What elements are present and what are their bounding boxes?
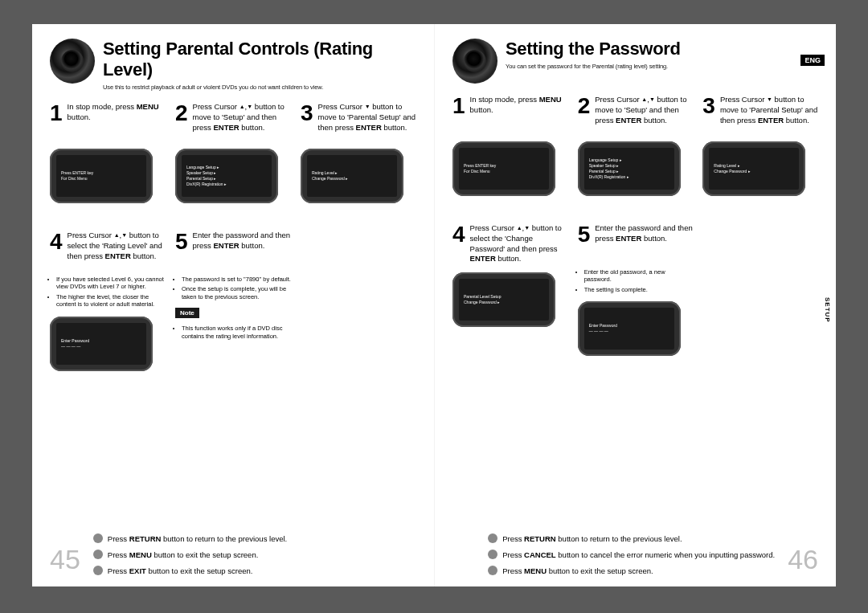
bullet-item: This function works only if a DVD disc c… (182, 325, 291, 340)
step-text: Press Cursor button to move to 'Parental… (720, 95, 818, 125)
page-header: Setting Parental Controls (Rating Level)… (50, 39, 416, 91)
step-text: Enter the password and then press ENTER … (193, 231, 291, 251)
step-1: 1In stop mode, press MENU button.Press E… (50, 102, 166, 223)
bullet-item: If you have selected Level 6, you cannot… (56, 276, 166, 291)
page-number: 45 (50, 544, 80, 575)
tv-screenshot: Enter Password— — — — (50, 317, 153, 371)
steps-grid-right: 1In stop mode, press MENU button.Press E… (452, 95, 818, 356)
step-number: 2 (578, 95, 591, 117)
bullet-dot-icon (93, 550, 103, 559)
tv-screenshot: Press ENTER keyFor Disc Menu (50, 149, 153, 203)
step-2: 2Press Cursor , button to move to 'Setup… (578, 95, 694, 215)
speaker-icon (452, 39, 497, 84)
tv-screenshot: Language Setup ▸Speaker Setup ▸Parental … (578, 141, 681, 196)
step-number: 3 (301, 102, 313, 125)
bullet-dot-icon (488, 550, 497, 559)
return-line: Press CANCEL button to cancel the error … (488, 550, 775, 559)
title-block: Setting the Password You can set the pas… (506, 39, 818, 70)
steps-grid-left: 1In stop mode, press MENU button.Press E… (50, 102, 416, 371)
step-text: Press Cursor button to move to 'Parental… (318, 102, 416, 133)
tv-screenshot: Enter Password— — — — (578, 301, 681, 356)
return-line: Press RETURN button to return to the pre… (93, 533, 287, 543)
return-text: Press RETURN button to return to the pre… (502, 534, 682, 543)
page-title: Setting Parental Controls (Rating Level) (103, 39, 416, 80)
note-badge: Note (175, 308, 199, 318)
return-text: Press MENU button to exit the setup scre… (502, 566, 653, 575)
step-5: 5Enter the password and then press ENTER… (175, 231, 291, 371)
step-number: 1 (452, 95, 465, 117)
page-subtitle: Use this to restrict playback of adult o… (103, 84, 416, 91)
tv-screenshot: Language Setup ▸Speaker Setup ▸Parental … (175, 149, 278, 203)
step-bullets: If you have selected Level 6, you cannot… (50, 276, 166, 309)
return-line: Press MENU button to exit the setup scre… (488, 566, 775, 575)
tv-screenshot: Rating Level ▸Change Password ▸ (301, 149, 403, 203)
bullet-item: The setting is complete. (584, 286, 694, 293)
step-number: 2 (175, 102, 188, 125)
speaker-icon (50, 39, 95, 84)
document-spread: Setting Parental Controls (Rating Level)… (32, 24, 836, 586)
return-line: Press EXIT button to exit the setup scre… (93, 566, 287, 575)
bullet-dot-icon (93, 533, 103, 543)
return-instructions-right: Press RETURN button to return to the pre… (488, 533, 775, 575)
page-bottom-left: 45 Press RETURN button to return to the … (50, 533, 416, 575)
page-bottom-right: Press RETURN button to return to the pre… (452, 533, 818, 575)
step-number: 1 (50, 102, 63, 125)
page-title: Setting the Password (506, 39, 818, 59)
page-subtitle: You can set the password for the Parenta… (506, 63, 818, 70)
return-text: Press MENU button to exit the setup scre… (108, 550, 258, 559)
page-number: 46 (788, 544, 818, 575)
return-line: Press RETURN button to return to the pre… (488, 533, 775, 543)
language-badge: ENG (800, 55, 825, 66)
step-3: 3Press Cursor button to move to 'Parenta… (301, 102, 416, 223)
tv-screenshot: Rating Level ▸Change Password ▸ (702, 141, 805, 196)
page-header: Setting the Password You can set the pas… (452, 39, 818, 84)
step-number: 3 (702, 95, 715, 117)
bullet-dot-icon (93, 566, 103, 575)
step-4: 4Press Cursor , button to select the 'Ch… (452, 223, 568, 356)
step-5: 5Enter the password and then press ENTER… (578, 223, 694, 356)
page-right: ENG SETUP Setting the Password You can s… (434, 24, 836, 586)
tv-screenshot: Press ENTER keyFor Disc Menu (452, 141, 555, 196)
return-line: Press MENU button to exit the setup scre… (93, 550, 287, 559)
section-tab: SETUP (824, 297, 831, 323)
bullet-item: Enter the old password, a new password. (584, 268, 694, 284)
step-text: Enter the password and then press ENTER … (595, 223, 693, 244)
bullet-item: Once the setup is complete, you will be … (182, 285, 291, 300)
bullet-item: The higher the level, the closer the con… (56, 293, 166, 309)
step-bullets: Enter the old password, a new password.T… (578, 268, 694, 293)
step-text: Press Cursor , button to move to 'Setup'… (193, 102, 291, 133)
step-4: 4Press Cursor , button to select the 'Ra… (50, 231, 166, 371)
step-text: Press Cursor , button to select the 'Cha… (470, 223, 568, 264)
step-bullets: The password is set to "7890" by default… (175, 276, 291, 300)
return-text: Press CANCEL button to cancel the error … (502, 550, 775, 559)
return-text: Press EXIT button to exit the setup scre… (108, 566, 253, 575)
bullet-item: The password is set to "7890" by default… (182, 276, 291, 283)
step-3: 3Press Cursor button to move to 'Parenta… (702, 95, 818, 215)
step-number: 4 (452, 223, 465, 246)
step-number: 5 (578, 223, 591, 246)
step-text: In stop mode, press MENU button. (68, 102, 166, 123)
step-text: In stop mode, press MENU button. (470, 95, 568, 116)
tv-screenshot: Parental Level SetupChange Password ▸ (452, 272, 555, 327)
step-number: 4 (50, 231, 63, 253)
step-text: Press Cursor , button to select the 'Rat… (68, 231, 166, 261)
bullet-dot-icon (488, 566, 497, 575)
step-2: 2Press Cursor , button to move to 'Setup… (175, 102, 291, 223)
return-text: Press RETURN button to return to the pre… (108, 534, 287, 543)
note-bullets: This function works only if a DVD disc c… (175, 325, 291, 340)
step-1: 1In stop mode, press MENU button.Press E… (452, 95, 568, 215)
page-left: Setting Parental Controls (Rating Level)… (32, 24, 434, 586)
step-text: Press Cursor , button to move to 'Setup'… (595, 95, 693, 125)
title-block: Setting Parental Controls (Rating Level)… (103, 39, 416, 91)
return-instructions-left: Press RETURN button to return to the pre… (93, 533, 287, 575)
bullet-dot-icon (488, 533, 497, 543)
step-number: 5 (175, 231, 188, 253)
